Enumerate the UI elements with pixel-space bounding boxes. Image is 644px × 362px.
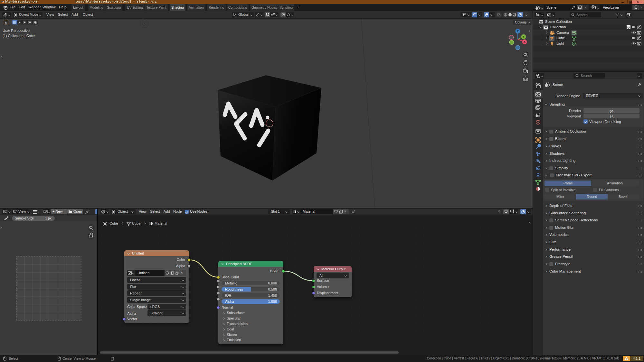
svg-text:Z: Z bbox=[517, 30, 518, 33]
svg-text:Y: Y bbox=[523, 35, 525, 38]
svg-text:X: X bbox=[524, 40, 526, 43]
svg-text:T: T bbox=[4, 211, 5, 213]
